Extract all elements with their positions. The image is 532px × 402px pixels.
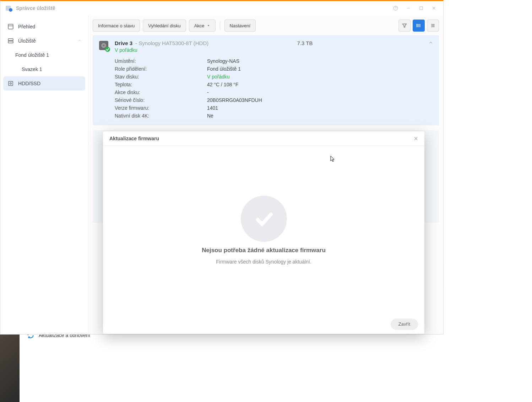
detail-value: 42 °C / 108 °F <box>207 82 238 87</box>
svg-marker-17 <box>403 24 407 27</box>
detail-value: Synology-NAS <box>207 58 239 64</box>
dialog-footer: Zavřít <box>103 314 424 334</box>
detail-row: Umístění:Synology-NAS <box>115 57 433 65</box>
sidebar-item-label: Fond úložiště 1 <box>15 52 49 58</box>
detail-label: Sériové číslo: <box>115 97 207 103</box>
collapse-button[interactable] <box>428 40 433 47</box>
detail-row: Sériové číslo:20B0SRRG0A03NFDUH <box>115 96 433 104</box>
drive-model: - Synology HAT5300-8T (HDD) <box>135 40 208 46</box>
detail-label: Teplota: <box>115 82 207 87</box>
sidebar-item-pool[interactable]: Fond úložiště 1 <box>3 48 85 62</box>
drive-size: 7.3 TB <box>297 40 340 46</box>
sidebar-item-label: Svazek 1 <box>22 66 42 72</box>
toolbar: Informace o stavu Vyhledání disku Akce N… <box>93 20 439 32</box>
detail-value: - <box>207 89 209 95</box>
drive-icon <box>98 40 110 52</box>
detail-value: 20B0SRRG0A03NFDUH <box>207 97 262 103</box>
detail-label: Verze firmwaru: <box>115 105 207 111</box>
sidebar-item-storage[interactable]: Úložiště <box>3 34 85 48</box>
dialog-message-secondary: Firmware všech disků Synology je aktuáln… <box>216 259 311 265</box>
close-button[interactable] <box>429 3 439 13</box>
find-disk-button[interactable]: Vyhledání disku <box>143 20 186 32</box>
detail-value: 1401 <box>207 105 218 111</box>
detail-value: V pořádku <box>207 74 230 80</box>
svg-rect-14 <box>9 81 13 86</box>
minimize-button[interactable] <box>403 3 413 13</box>
detail-value: Fond úložiště 1 <box>207 66 241 72</box>
detail-label: Stav disku: <box>115 74 207 80</box>
check-icon <box>241 196 287 242</box>
detail-label: Role přidělení: <box>115 66 207 72</box>
button-label: Akce <box>194 23 205 28</box>
filter-button[interactable] <box>398 20 411 32</box>
drive-details: Umístění:Synology-NASRole přidělení:Fond… <box>115 57 433 120</box>
detail-row: Akce disku:- <box>115 88 433 96</box>
drive-status: V pořádku <box>115 47 433 53</box>
svg-point-23 <box>417 27 417 27</box>
sidebar-item-label: Úložiště <box>18 38 36 44</box>
dialog-close-action-button[interactable]: Zavřít <box>391 319 418 330</box>
detail-label: Akce disku: <box>115 89 207 95</box>
detail-value: Ne <box>207 113 213 119</box>
drive-name: Drive 3 <box>115 40 132 46</box>
disk-icon <box>7 80 15 87</box>
sidebar-item-overview[interactable]: Přehled <box>3 20 85 34</box>
dialog-header: Aktualizace firmwaru × <box>103 131 424 146</box>
titlebar: Správce úložiště <box>0 1 443 15</box>
svg-marker-16 <box>207 25 209 26</box>
detail-row: Stav disku:V pořádku <box>115 73 433 81</box>
app-icon <box>5 4 13 12</box>
settings-button[interactable]: Nastavení <box>224 20 256 32</box>
detail-label: Umístění: <box>115 58 207 64</box>
drive-card: Drive 3 - Synology HAT5300-8T (HDD) 7.3 … <box>93 35 439 125</box>
action-dropdown-button[interactable]: Akce <box>189 20 216 32</box>
view-card-button[interactable] <box>413 20 425 32</box>
detail-row: Verze firmwaru:1401 <box>115 104 433 112</box>
detail-row: Teplota:42 °C / 108 °F <box>115 81 433 88</box>
dialog-body: Nejsou potřeba žádné aktualizace firmwar… <box>103 146 424 314</box>
toolbar-separator <box>220 21 220 30</box>
view-list-button[interactable] <box>427 20 439 32</box>
sidebar-item-label: Přehled <box>18 24 35 29</box>
dashboard-icon <box>7 23 15 30</box>
firmware-update-dialog: Aktualizace firmwaru × Nejsou potřeba žá… <box>103 131 424 334</box>
svg-rect-13 <box>8 41 13 43</box>
dialog-close-button[interactable]: × <box>414 135 418 142</box>
svg-point-4 <box>9 8 12 12</box>
svg-point-15 <box>10 83 12 85</box>
sidebar-item-label: HDD/SSD <box>18 81 40 86</box>
svg-point-22 <box>417 25 417 26</box>
dialog-message-primary: Nejsou potřeba žádné aktualizace firmwar… <box>202 247 326 254</box>
maximize-button[interactable] <box>416 3 426 13</box>
detail-row: Nativní disk 4K:Ne <box>115 112 433 120</box>
svg-rect-12 <box>8 39 13 40</box>
svg-rect-10 <box>8 24 13 29</box>
svg-point-30 <box>105 47 110 52</box>
detail-row: Role přidělení:Fond úložiště 1 <box>115 65 433 73</box>
storage-icon <box>7 38 15 44</box>
svg-rect-7 <box>420 7 423 10</box>
sidebar: Přehled Úložiště Fond úložiště 1 Svazek … <box>0 15 88 334</box>
help-button[interactable] <box>391 3 401 13</box>
sidebar-item-volume[interactable]: Svazek 1 <box>3 62 85 76</box>
status-info-button[interactable]: Informace o stavu <box>93 20 140 32</box>
detail-label: Nativní disk 4K: <box>115 113 207 119</box>
svg-point-29 <box>103 45 104 46</box>
sidebar-item-hdd-ssd[interactable]: HDD/SSD <box>3 76 85 91</box>
svg-point-21 <box>417 24 417 25</box>
window-title: Správce úložiště <box>16 5 55 11</box>
dialog-title: Aktualizace firmwaru <box>109 136 159 141</box>
caret-down-icon <box>207 24 210 27</box>
chevron-up-icon <box>77 38 82 44</box>
